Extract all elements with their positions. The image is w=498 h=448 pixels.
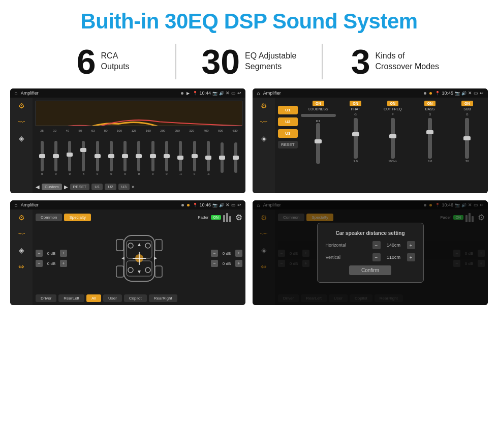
- minus-1[interactable]: −: [36, 250, 43, 257]
- screen-dialog: ⌂ Amplifier 📍 10:46 📷 🔊 ✕ ▭ ↩ ⚙ 〰 ◈ ⇔: [253, 200, 488, 305]
- copilot-btn[interactable]: Copilot: [124, 294, 147, 302]
- plus-3[interactable]: +: [235, 250, 242, 257]
- settings-icon[interactable]: ⚙: [235, 213, 242, 222]
- loudness-vslider[interactable]: [316, 123, 320, 164]
- toggle-cutfreq[interactable]: ON: [387, 101, 399, 106]
- volume-ctrl-icon[interactable]: ◈: [19, 134, 24, 142]
- home-icon-2[interactable]: ⌂: [257, 90, 260, 96]
- slider-500: [215, 142, 228, 174]
- expand-icon-3[interactable]: ⇔: [18, 262, 24, 271]
- eq-icon-2[interactable]: ⚙: [261, 102, 267, 110]
- location-icon: 📍: [193, 91, 198, 96]
- loudness-slider[interactable]: [301, 114, 336, 117]
- sub-vslider[interactable]: [465, 118, 469, 159]
- slider-250: -1: [174, 141, 187, 175]
- cutfreq-vslider[interactable]: [391, 118, 395, 159]
- u3-preset[interactable]: U3: [278, 129, 298, 138]
- home-icon-3[interactable]: ⌂: [14, 202, 18, 208]
- custom-btn[interactable]: Custom: [42, 184, 62, 190]
- horizontal-minus[interactable]: −: [372, 241, 381, 249]
- svg-marker-16: [138, 271, 141, 274]
- stat-number-rca: 6: [77, 44, 96, 79]
- reset-preset[interactable]: RESET: [278, 141, 298, 148]
- toggle-sub[interactable]: ON: [461, 101, 473, 106]
- status-icons-1: 📍 10:44 📷 🔊 ✕ ▭ ↩: [193, 91, 241, 96]
- plus-4[interactable]: +: [235, 260, 242, 267]
- svg-marker-15: [138, 243, 141, 246]
- prev-btn[interactable]: ◀: [36, 184, 40, 190]
- minus-3[interactable]: −: [211, 250, 218, 257]
- eq-icon-3[interactable]: ⚙: [18, 214, 25, 222]
- slider-32: 0: [49, 141, 62, 175]
- horizontal-plus[interactable]: +: [407, 241, 415, 249]
- plus-2[interactable]: +: [60, 260, 67, 267]
- channel-loudness: ON LOUDNESS: [301, 101, 336, 190]
- u2-btn[interactable]: U2: [105, 184, 116, 190]
- next-btn[interactable]: ▶: [64, 184, 68, 190]
- u2-preset[interactable]: U2: [278, 117, 298, 126]
- toggle-phat[interactable]: ON: [350, 101, 361, 106]
- horizontal-label: Horizontal: [326, 243, 347, 248]
- stat-label-crossover: Kinds of Crossover Modes: [376, 51, 439, 72]
- eq-freq-labels: 25 32 40 50 63 80 100 125 160 200 250 32…: [36, 129, 242, 132]
- slider-25: 0: [36, 141, 48, 175]
- time-3: 10:46: [199, 202, 211, 207]
- minus-4[interactable]: −: [211, 260, 218, 267]
- user-btn[interactable]: User: [103, 294, 122, 302]
- u1-btn[interactable]: U1: [91, 184, 103, 190]
- dialog-overlay: Car speaker distance setting Horizontal …: [253, 200, 488, 305]
- u1-preset[interactable]: U1: [278, 106, 298, 114]
- channel-sub: ON SUB G 20: [450, 101, 485, 190]
- volume-ctrl-icon-3[interactable]: ◈: [19, 246, 24, 254]
- plus-1[interactable]: +: [60, 250, 67, 257]
- u3-btn[interactable]: U3: [118, 184, 130, 190]
- tab-specialty[interactable]: Specialty: [64, 214, 90, 221]
- toggle-loudness[interactable]: ON: [313, 101, 324, 106]
- screen3-title: Amplifier: [21, 202, 179, 207]
- amp-main: U1 U2 U3 RESET ON LOUDNESS: [275, 98, 488, 193]
- speaker-layout: − 0 dB + − 0 dB +: [36, 224, 242, 292]
- page-title: Buith-in 30EQ DSP Sound System: [10, 9, 488, 34]
- reset-btn[interactable]: RESET: [70, 184, 90, 190]
- status-icons-2: 📍 10:45 📷 🔊 ✕ ▭ ↩: [435, 91, 484, 96]
- vertical-plus[interactable]: +: [407, 253, 415, 261]
- home-icon[interactable]: ⌂: [14, 90, 18, 96]
- eq-icon[interactable]: ⚙: [18, 102, 25, 110]
- channel-bass: ON BASS G 3.0: [412, 101, 447, 190]
- x-icon: ✕: [226, 91, 230, 96]
- vertical-minus[interactable]: −: [372, 253, 381, 261]
- bass-vslider[interactable]: [428, 118, 432, 159]
- svg-point-11: [145, 267, 150, 273]
- all-btn[interactable]: All: [86, 294, 101, 302]
- volume-icon-2: 🔊: [461, 91, 466, 96]
- camera-icon-2: 📷: [455, 91, 460, 96]
- screen-amp: ⌂ Amplifier 📍 10:45 📷 🔊 ✕ ▭ ↩ ⚙ 〰 ◈: [253, 88, 488, 193]
- volume-ctrl-icon-2[interactable]: ◈: [261, 134, 267, 142]
- slider-80: 0: [105, 141, 117, 175]
- volume-icon-3: 🔊: [219, 203, 224, 207]
- driver-btn[interactable]: Driver: [36, 294, 56, 302]
- sidebar-3: ⚙ 〰 ◈ ⇔: [10, 210, 33, 305]
- wave-icon[interactable]: 〰: [18, 118, 25, 126]
- tab-common[interactable]: Common: [36, 214, 62, 221]
- toggle-bass[interactable]: ON: [424, 101, 436, 106]
- eq-sliders: 0 0 0 5 0 0 0 0 0 0 -1 0 -1: [36, 134, 242, 182]
- distance-dialog: Car speaker distance setting Horizontal …: [317, 223, 424, 283]
- rearright-btn[interactable]: RearRight: [149, 294, 177, 302]
- db-val-2: 0 dB: [45, 261, 58, 266]
- screen1-title: Amplifier: [21, 91, 178, 96]
- slider-400: -1: [202, 141, 214, 175]
- eq-main: 25 32 40 50 63 80 100 125 160 200 250 32…: [33, 98, 245, 193]
- wave-icon-2[interactable]: 〰: [260, 118, 267, 126]
- rearleft-btn[interactable]: RearLeft: [58, 294, 84, 302]
- phat-vslider[interactable]: [354, 118, 358, 159]
- screen3-content: ⚙ 〰 ◈ ⇔ Common Specialty Fader ON: [10, 210, 245, 305]
- slider-320: 0: [188, 141, 201, 175]
- more-icon[interactable]: »: [132, 184, 135, 190]
- horizontal-value: 140cm: [384, 243, 404, 248]
- fader-toggle[interactable]: ON: [211, 215, 222, 220]
- wave-icon-3[interactable]: 〰: [18, 230, 25, 238]
- dot2: [429, 92, 432, 95]
- confirm-button[interactable]: Confirm: [349, 265, 391, 275]
- minus-2[interactable]: −: [36, 260, 43, 267]
